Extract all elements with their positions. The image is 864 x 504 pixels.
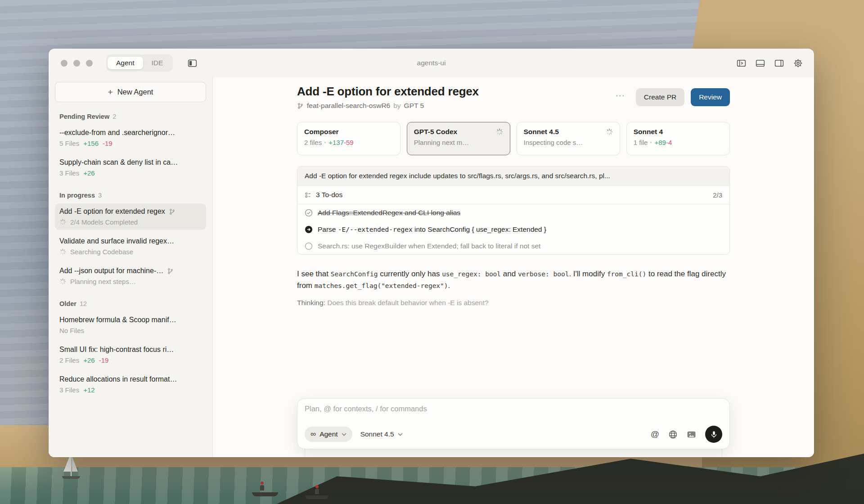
- page-title: Add -E option for extended regex: [297, 85, 611, 99]
- dot-separator: [324, 142, 326, 143]
- todo-item-active: Parse -E/--extended-regex into SearchCon…: [297, 221, 729, 238]
- window-controls: [49, 60, 93, 67]
- todo-text: Add Flags::ExtendedRegex and CLI long al…: [318, 209, 460, 217]
- agent-list-item[interactable]: Supply-chain scan & deny list in ca… 3 F…: [55, 154, 206, 181]
- right-panel-icon[interactable]: [774, 58, 784, 68]
- empty-circle-icon: [305, 242, 313, 250]
- more-options-button[interactable]: ···: [611, 91, 630, 104]
- agent-list-item-selected[interactable]: Add -E option for extended regex 2/4 Mod…: [55, 203, 206, 230]
- code-span: use_regex: bool: [442, 270, 501, 278]
- new-agent-button[interactable]: + New Agent: [55, 82, 206, 102]
- check-circle-icon: [305, 209, 313, 217]
- branch-icon: [169, 208, 176, 215]
- task-prompt[interactable]: Add -E option for extended regex include…: [297, 166, 729, 186]
- model-card-sonnet-45[interactable]: Sonnet 4.5 Inspecting code s…: [517, 122, 620, 155]
- todo-text: Search.rs: use RegexBuilder when Extende…: [318, 242, 540, 250]
- agent-list-item[interactable]: Small UI fix: high-contrast focus ri… 2 …: [55, 342, 206, 368]
- section-count: 12: [80, 300, 87, 307]
- todo-text: Parse -E/--extended-regex into SearchCon…: [318, 225, 546, 234]
- section-count: 3: [98, 192, 102, 199]
- bottom-panel-icon[interactable]: [755, 58, 765, 68]
- agent-list-item[interactable]: --exclude-from and .searcherignor… 5 Fil…: [55, 125, 206, 151]
- code-span: -E/--extended-regex: [338, 226, 413, 233]
- additions: +89: [654, 139, 666, 146]
- review-button[interactable]: Review: [691, 88, 730, 106]
- by-label: by: [393, 102, 400, 110]
- model-name: Composer: [304, 128, 339, 136]
- section-count: 2: [112, 113, 116, 120]
- agent-list-item[interactable]: Reduce allocations in result format… 3 F…: [55, 371, 206, 398]
- agent-mode-dropdown[interactable]: ∞ Agent: [305, 427, 352, 442]
- globe-icon[interactable]: [668, 430, 678, 439]
- thinking-line: Thinking: Does this break default behavi…: [297, 299, 730, 307]
- agent-title: Small UI fix: high-contrast focus ri…: [59, 346, 174, 354]
- code-span: verbose: bool: [518, 270, 569, 278]
- additions: +156: [83, 140, 99, 147]
- chevron-down-icon: [342, 433, 346, 436]
- agent-status: 2/4 Models Completed: [70, 218, 138, 226]
- sidebar-section-older: Older12: [59, 300, 202, 307]
- zoom-window-button[interactable]: [86, 60, 93, 67]
- rower-figure: [315, 489, 319, 494]
- spinner-icon: [59, 219, 66, 225]
- agent-title: Homebrew formula & Scoop manif…: [59, 316, 176, 324]
- settings-gear-icon[interactable]: [793, 58, 803, 68]
- agent-title: --exclude-from and .searcherignor…: [59, 129, 175, 137]
- code-span: SearchConfig: [331, 270, 378, 278]
- model-name: Sonnet 4.5: [524, 128, 559, 136]
- model-cards: Composer 2 files+137-59 GPT-5 Codex Plan…: [297, 122, 730, 155]
- branch-icon: [297, 103, 304, 109]
- author-model: GPT 5: [404, 102, 424, 110]
- model-card-sonnet-4[interactable]: Sonnet 4 1 file+89-4: [626, 122, 730, 155]
- composer-card: ∞ Agent Sonnet 4.5 @: [297, 398, 730, 449]
- tab-ide[interactable]: IDE: [143, 57, 172, 69]
- chevron-down-icon: [398, 433, 403, 436]
- agent-status: Planning next steps…: [70, 278, 136, 285]
- plus-icon: +: [108, 87, 113, 97]
- model-card-gpt5-codex[interactable]: GPT-5 Codex Planning next m…: [407, 122, 510, 155]
- deletions: -19: [103, 140, 112, 147]
- additions: +12: [83, 386, 94, 394]
- microphone-button[interactable]: [705, 426, 722, 443]
- sidebar-section-in-progress: In progress3: [59, 192, 202, 199]
- files-count: 2 Files: [59, 356, 79, 364]
- model-dropdown[interactable]: Sonnet 4.5: [360, 430, 403, 438]
- files-count: 1 file: [634, 139, 648, 146]
- todo-list-icon: [305, 192, 311, 198]
- files-count: No Files: [59, 327, 84, 334]
- additions: +137: [328, 139, 344, 146]
- model-status: Inspecting code s…: [524, 139, 583, 146]
- create-pr-button[interactable]: Create PR: [636, 88, 684, 106]
- rower-cap: [261, 482, 264, 485]
- thinking-text: Does this break default behavior when -E…: [325, 299, 489, 306]
- todos-header[interactable]: 3 To-dos 2/3: [297, 186, 729, 204]
- thinking-label: Thinking:: [297, 299, 325, 306]
- files-count: 2 files: [304, 139, 322, 146]
- agent-status: Searching Codebase: [70, 248, 133, 256]
- agent-list-item[interactable]: Add --json output for machine-… Planning…: [55, 263, 206, 289]
- section-title: Pending Review: [59, 113, 109, 120]
- composer-input[interactable]: [305, 405, 722, 420]
- rower-figure: [260, 485, 264, 490]
- branch-icon: [167, 268, 174, 274]
- spinner-icon: [59, 278, 66, 285]
- image-attach-icon[interactable]: [687, 430, 696, 439]
- model-name: GPT-5 Codex: [414, 128, 457, 136]
- main-panel: Add -E option for extended regex feat-pa…: [213, 77, 814, 457]
- spinner-icon: [59, 248, 66, 255]
- model-card-composer[interactable]: Composer 2 files+137-59: [297, 122, 400, 155]
- terminal-panel-icon[interactable]: [736, 58, 747, 68]
- agent-title: Add -E option for extended regex: [59, 207, 165, 216]
- agent-list-item[interactable]: Homebrew formula & Scoop manif… No Files: [55, 312, 206, 338]
- titlebar-actions: [736, 58, 803, 68]
- mention-context-icon[interactable]: @: [651, 429, 659, 439]
- minimize-window-button[interactable]: [73, 60, 80, 67]
- model-status: Planning next m…: [414, 139, 469, 146]
- sidebar-toggle-icon[interactable]: [187, 58, 198, 68]
- close-window-button[interactable]: [61, 60, 68, 67]
- agent-list-item[interactable]: Validate and surface invalid regex… Sear…: [55, 233, 206, 260]
- rowboat-illustration: [252, 492, 278, 496]
- deletions: -59: [344, 139, 354, 146]
- tab-agent[interactable]: Agent: [108, 57, 143, 69]
- sidebar: + New Agent Pending Review2 --exclude-fr…: [49, 77, 213, 457]
